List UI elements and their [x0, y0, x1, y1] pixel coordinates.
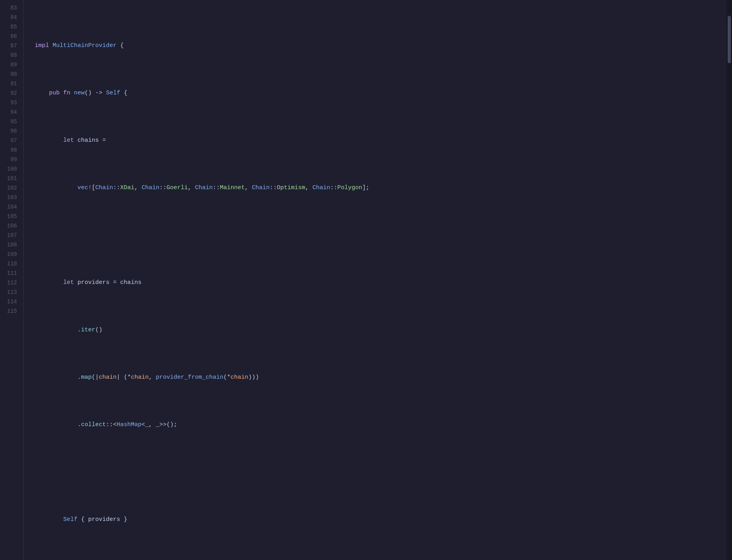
ln-96: 96 [0, 126, 17, 136]
ln-113: 113 [0, 288, 17, 297]
ln-115: 115 [0, 306, 17, 316]
ln-110: 110 [0, 259, 17, 269]
ln-89: 89 [0, 60, 17, 70]
ln-98: 98 [0, 145, 17, 155]
ln-90: 90 [0, 70, 17, 79]
ln-108: 108 [0, 240, 17, 250]
ln-86: 86 [0, 32, 17, 41]
code-line-85: let chains = [33, 136, 726, 145]
ln-112: 112 [0, 278, 17, 288]
ln-94: 94 [0, 107, 17, 117]
ln-92: 92 [0, 88, 17, 98]
ln-104: 104 [0, 202, 17, 212]
scrollbar-thumb[interactable] [728, 16, 731, 63]
ln-101: 101 [0, 174, 17, 183]
code-line-87 [33, 231, 726, 240]
code-line-93: Self { providers } [33, 515, 726, 524]
code-line-90: .map(|chain| (*chain, provider_from_chai… [33, 373, 726, 382]
ln-99: 99 [0, 155, 17, 164]
code-line-86: vec![Chain::XDai, Chain::Goerli, Chain::… [33, 183, 726, 193]
ln-106: 106 [0, 221, 17, 231]
ln-93: 93 [0, 98, 17, 107]
code-editor: 83 84 85 86 87 88 89 90 91 92 93 94 95 9… [0, 0, 732, 560]
ln-91: 91 [0, 79, 17, 88]
code-line-84: pub fn new() -> Self { [33, 88, 726, 98]
ln-109: 109 [0, 250, 17, 259]
line-numbers: 83 84 85 86 87 88 89 90 91 92 93 94 95 9… [0, 0, 24, 560]
ln-95: 95 [0, 117, 17, 126]
ln-114: 114 [0, 297, 17, 306]
ln-97: 97 [0, 136, 17, 145]
scrollbar[interactable] [726, 0, 732, 560]
code-line-91: .collect::<HashMap<_, _>>(); [33, 420, 726, 430]
ln-100: 100 [0, 164, 17, 174]
ln-88: 88 [0, 51, 17, 60]
ln-84: 84 [0, 13, 17, 22]
code-text: impl MultiChainProvider { pub fn new() -… [24, 0, 726, 560]
ln-83: 83 [0, 3, 17, 13]
ln-103: 103 [0, 193, 17, 202]
code-line-83: impl MultiChainProvider { [33, 41, 726, 51]
ln-87: 87 [0, 41, 17, 51]
ln-102: 102 [0, 183, 17, 193]
ln-85: 85 [0, 22, 17, 32]
code-line-89: .iter() [33, 325, 726, 335]
ln-105: 105 [0, 212, 17, 221]
code-line-88: let providers = chains [33, 278, 726, 288]
code-line-92 [33, 468, 726, 477]
ln-107: 107 [0, 231, 17, 240]
ln-111: 111 [0, 269, 17, 278]
